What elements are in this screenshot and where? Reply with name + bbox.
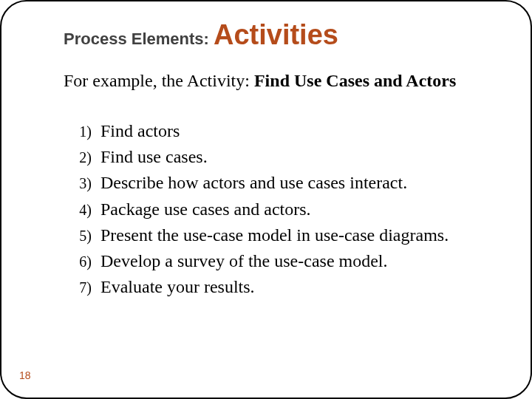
slide-title: Process Elements: Activities [64, 19, 338, 51]
title-prefix: Process Elements: [64, 30, 214, 48]
list-text: Develop a survey of the use-case model. [100, 250, 388, 273]
list-item: 2) Find use cases. [68, 146, 482, 168]
list-item: 4) Package use cases and actors. [68, 198, 482, 221]
intro-text: For example, the Activity: Find Use Case… [64, 69, 477, 92]
intro-bold: Find Use Cases and Actors [254, 71, 456, 90]
list-text: Find actors [100, 120, 180, 143]
list-number: 2) [68, 149, 100, 166]
intro-lead: For example, the Activity: [64, 71, 254, 90]
list-number: 5) [68, 228, 100, 245]
list-number: 6) [68, 253, 100, 270]
title-main: Activities [214, 19, 338, 50]
list-number: 3) [68, 175, 100, 192]
list-item: 3) Describe how actors and use cases int… [68, 171, 482, 194]
list-number: 1) [68, 123, 100, 140]
list-text: Evaluate your results. [100, 276, 255, 299]
list-number: 4) [68, 202, 100, 219]
list-number: 7) [68, 279, 100, 296]
slide-frame: Process Elements: Activities For example… [0, 0, 532, 399]
page-number: 18 [19, 369, 31, 381]
list-text: Describe how actors and use cases intera… [100, 171, 407, 194]
list-text: Find use cases. [100, 146, 208, 168]
list-item: 5) Present the use-case model in use-cas… [68, 224, 482, 247]
step-list: 1) Find actors 2) Find use cases. 3) Des… [68, 120, 482, 301]
list-text: Present the use-case model in use-case d… [100, 224, 449, 247]
list-text: Package use cases and actors. [100, 198, 311, 221]
list-item: 6) Develop a survey of the use-case mode… [68, 250, 482, 273]
list-item: 7) Evaluate your results. [68, 276, 482, 299]
list-item: 1) Find actors [68, 120, 482, 143]
